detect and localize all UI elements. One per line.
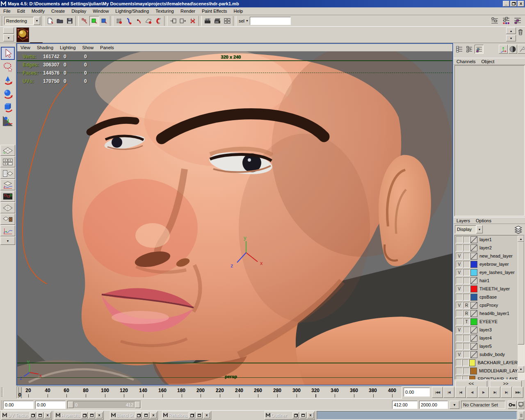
panel-restore-button[interactable] xyxy=(81,412,88,418)
panel-button-uv-texture[interactable]: UV Texture ... X xyxy=(1,411,52,420)
play-backwards-button[interactable]: ◀ xyxy=(466,387,477,398)
output-connections-button[interactable] xyxy=(178,16,188,26)
mode-dropdown-arrow-icon[interactable]: ▼ xyxy=(34,17,40,25)
snap-to-plane-button[interactable] xyxy=(144,16,153,26)
layer-row[interactable]: BACKHAIR_LAYER xyxy=(455,358,518,367)
layers-menu[interactable]: Layers xyxy=(454,218,473,223)
menu-texturing[interactable]: Texturing xyxy=(152,7,177,15)
manipulator-axis-button[interactable] xyxy=(499,45,508,54)
manipulator-arrow-button[interactable] xyxy=(518,45,525,54)
save-scene-button[interactable] xyxy=(65,16,75,26)
panel-restore-button[interactable] xyxy=(135,412,142,418)
layer-mode-selector[interactable]: Display ▼ xyxy=(455,225,483,233)
layer-row[interactable]: VRcpsProxy xyxy=(455,301,518,309)
panel-maximize-button[interactable] xyxy=(89,412,95,418)
shelf-scroll-up-button[interactable]: ▲ xyxy=(506,27,516,34)
step-forward-key-button[interactable]: ▶| xyxy=(501,387,512,398)
step-back-frame-button[interactable]: |◀ xyxy=(455,387,466,398)
object-menu[interactable]: Object xyxy=(478,59,497,64)
show-tool-settings-button[interactable] xyxy=(501,16,511,26)
layer-color-swatch[interactable] xyxy=(470,294,477,301)
sel-dropdown-arrow-icon[interactable]: ▼ xyxy=(246,19,249,22)
toggle-command-line-button[interactable] xyxy=(518,411,524,420)
toolbar-separator[interactable] xyxy=(164,16,167,26)
layer-row[interactable]: TEYEEYE xyxy=(455,317,518,326)
select-component-button[interactable] xyxy=(99,16,109,26)
panel-maximize-button[interactable] xyxy=(143,412,149,418)
panel-button-blend-shape[interactable]: Blend Shape X xyxy=(110,411,158,420)
menu-modify[interactable]: Modify xyxy=(28,7,48,15)
quick-layout-hypergraph-button[interactable] xyxy=(0,191,15,202)
animation-preferences-button[interactable] xyxy=(518,401,524,409)
panel-restore-button[interactable] xyxy=(30,412,36,418)
layer-color-swatch[interactable] xyxy=(470,277,477,284)
range-start-handle[interactable] xyxy=(68,402,73,408)
menu-edit[interactable]: Edit xyxy=(14,7,28,15)
menu-help[interactable]: Help xyxy=(231,7,247,15)
layer-color-swatch[interactable] xyxy=(470,285,477,292)
quick-select-input[interactable] xyxy=(250,17,291,25)
toolbar-separator[interactable] xyxy=(233,16,236,26)
layer-color-swatch[interactable] xyxy=(470,318,477,325)
layer-color-swatch[interactable] xyxy=(470,253,477,260)
play-forwards-button[interactable]: ▶ xyxy=(478,387,489,398)
layer-row[interactable]: Veyebrow_layer xyxy=(455,260,518,268)
layer-color-swatch[interactable] xyxy=(470,351,477,358)
menu-lighting-shading[interactable]: Lighting/Shading xyxy=(112,7,152,15)
playback-range-slider[interactable]: 0 412 xyxy=(67,401,141,409)
layer-color-swatch[interactable] xyxy=(470,368,477,374)
layer-row[interactable]: layer5 xyxy=(455,342,518,350)
layer-color-swatch[interactable] xyxy=(469,376,475,380)
rotate-tool-button[interactable] xyxy=(1,87,15,100)
panel-close-button[interactable]: X xyxy=(307,412,314,418)
playback-end-field[interactable] xyxy=(392,401,418,409)
scroll-up-arrow-icon[interactable]: ▲ xyxy=(518,235,524,242)
delete-trash-button[interactable] xyxy=(517,27,524,37)
layer-row[interactable]: cpsBase xyxy=(455,293,518,301)
channel-slider-mode-button[interactable] xyxy=(455,45,464,54)
layer-color-swatch[interactable] xyxy=(470,310,477,317)
viewport-menu-shading[interactable]: Shading xyxy=(34,44,57,51)
menu-window[interactable]: Window xyxy=(89,7,112,15)
layer-mode-dropdown-arrow-icon[interactable]: ▼ xyxy=(476,225,483,233)
channel-box-mode-button[interactable] xyxy=(465,45,474,54)
layer-color-swatch[interactable] xyxy=(469,359,475,366)
shelf-tab-button[interactable] xyxy=(3,27,14,34)
select-tool-button[interactable] xyxy=(1,47,15,60)
layer-row[interactable]: Rhead4b_layer1 xyxy=(455,309,518,317)
character-set-selector[interactable]: No Character Set xyxy=(461,401,505,409)
panel-close-button[interactable]: X xyxy=(150,412,157,418)
toolbar-separator[interactable] xyxy=(199,16,202,26)
input-connections-button[interactable] xyxy=(168,16,178,26)
channel-layout-mode-button[interactable] xyxy=(475,45,484,54)
show-manipulator-tool-button[interactable] xyxy=(1,114,15,128)
layer-stack-button[interactable] xyxy=(514,224,524,234)
viewport-menu-show[interactable]: Show xyxy=(79,44,97,51)
go-to-start-button[interactable]: |◀◀ xyxy=(432,387,443,398)
close-button[interactable]: X xyxy=(518,1,524,7)
panel-button-outliner[interactable]: Outliner X xyxy=(265,411,315,420)
options-menu[interactable]: Options xyxy=(473,218,494,223)
toolbar-separator[interactable] xyxy=(41,16,44,26)
channels-menu[interactable]: Channels xyxy=(454,59,478,64)
new-scene-button[interactable] xyxy=(45,16,55,26)
layer-color-swatch[interactable] xyxy=(470,244,477,251)
lasso-tool-button[interactable] xyxy=(1,60,15,73)
minimize-button[interactable]: _ xyxy=(503,1,509,7)
quick-layout-persp-graph-button[interactable] xyxy=(0,179,15,190)
panel-restore-button[interactable] xyxy=(292,412,299,418)
layer-color-swatch[interactable] xyxy=(470,343,477,350)
layer-color-swatch[interactable] xyxy=(470,236,477,243)
select-hierarchy-button[interactable] xyxy=(80,16,89,26)
layer-row[interactable]: FRONTHAIR_LAYE xyxy=(455,375,518,380)
render-current-frame-button[interactable] xyxy=(203,16,212,26)
layer-row[interactable]: layer2 xyxy=(455,244,518,252)
panel-maximize-button[interactable] xyxy=(196,412,203,418)
step-forward-frame-button[interactable]: ▶| xyxy=(489,387,500,398)
viewport-canvas[interactable]: y x z y x z 320 x 240 persp Verts:161742… xyxy=(17,52,452,385)
toolbar-grip[interactable] xyxy=(1,16,3,25)
show-channel-box-button[interactable] xyxy=(513,16,523,26)
channel-box-empty-area[interactable] xyxy=(454,65,525,216)
snap-to-point-button[interactable] xyxy=(134,16,144,26)
layer-row[interactable]: MIDDLEHAIR_LAY xyxy=(455,367,518,375)
